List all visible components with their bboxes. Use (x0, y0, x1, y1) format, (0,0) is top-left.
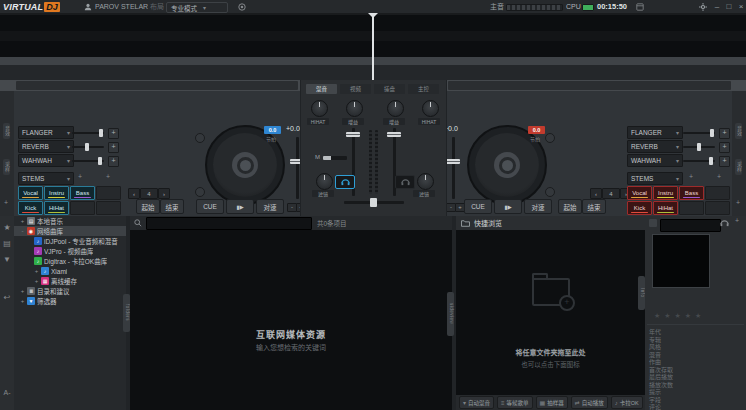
deck-a-fx2-add[interactable]: + (108, 142, 119, 153)
channel-a-fader-handle[interactable] (346, 132, 360, 137)
deck-b-stem-empty[interactable] (705, 201, 730, 215)
deck-a-pitch-slider[interactable] (296, 137, 299, 199)
mixer-tab-mixer[interactable]: 混音 (306, 84, 337, 94)
deck-b-loop-halve[interactable]: ‹ (590, 188, 602, 199)
pfl-headphone-a-button[interactable] (335, 175, 355, 189)
deck-b-stems-plus2[interactable]: + (717, 173, 721, 180)
slider-handle[interactable] (697, 143, 701, 151)
deck-a-sync-button[interactable]: 对速 (256, 199, 284, 214)
deck-b-jog-mode-button2[interactable] (545, 187, 555, 197)
mixer-hihat-knob-a[interactable] (311, 100, 328, 117)
toolbar-sidelist-button[interactable]: ≡ 等候歌单 (497, 396, 533, 409)
deck-a-fx1-add[interactable]: + (108, 128, 119, 139)
deck-b-stem-empty[interactable] (705, 186, 730, 200)
expander[interactable]: + (20, 288, 25, 294)
deck-b-fx2-slider[interactable] (683, 146, 715, 148)
slider-handle[interactable] (709, 157, 713, 165)
deck-a-play-button[interactable]: ▮▶ (226, 199, 254, 214)
tree-item-online-library[interactable]: - ◉ 网络曲库 (14, 226, 126, 236)
font-zoom-button[interactable]: A- (4, 389, 11, 396)
deck-b-bpm-badge[interactable]: 0.0 (528, 126, 545, 134)
deck-a-fx3-select[interactable]: WAHWAH▾ (18, 154, 74, 167)
filter-icon[interactable]: ▼ (3, 256, 11, 264)
deck-a-stems-plus2[interactable]: + (106, 173, 110, 180)
toolbar-automix-button[interactable]: ▾ 自动混音 (459, 396, 494, 409)
deck-a-fx2-select[interactable]: REVERB▾ (18, 140, 74, 153)
deck-a-fx3-add[interactable]: + (108, 156, 119, 167)
tree-item-filters[interactable]: + ▼ 筛选器 (14, 296, 126, 306)
expander[interactable]: + (34, 268, 39, 274)
deck-a-fx1-slider[interactable] (72, 132, 104, 134)
deck-a-cue-button[interactable]: CUE (196, 199, 224, 214)
grid-view-icon[interactable] (649, 219, 657, 227)
mixer-hihat-knob-b[interactable] (422, 100, 439, 117)
deck-a-stem-instru[interactable]: Instru (44, 186, 69, 200)
deck-b-loop-length[interactable]: 4 (602, 188, 620, 199)
deck-b-stems-plus1[interactable]: + (689, 173, 693, 180)
info-collapse-tab[interactable]: Info (638, 276, 645, 310)
deck-b-cue-button[interactable]: CUE (464, 199, 492, 214)
mixer-filter-knob-b[interactable] (417, 173, 434, 190)
pfl-headphone-b-button[interactable] (395, 175, 415, 189)
deck-a-fx-tab[interactable]: 音效 (3, 123, 10, 139)
deck-b-fx1-select[interactable]: FLANGER▾ (627, 126, 683, 139)
toolbar-autoplay-button[interactable]: ⇄ 自动播放 (571, 396, 608, 409)
tree-item-local-music[interactable]: + ▤ 本地音乐 (14, 216, 126, 226)
deck-a-stem-hihat[interactable]: HiHat (44, 201, 69, 215)
sideview-collapse-tab[interactable]: sideview (447, 292, 454, 336)
deck-b-stems-select[interactable]: STEMS▾ (627, 172, 683, 185)
deck-b-fx1-slider[interactable] (683, 132, 715, 134)
deck-a-fx2-slider[interactable] (72, 146, 104, 148)
deck-b-stem-kick[interactable]: Kick (627, 201, 652, 215)
mixer-tab-video[interactable]: 视频 (340, 84, 371, 94)
gear-icon[interactable] (699, 3, 707, 11)
crossfader-handle[interactable] (370, 198, 377, 207)
deck-b-sampler-tab[interactable]: 采样 (735, 159, 742, 175)
deck-a-stem-bass[interactable]: Bass (70, 186, 95, 200)
deck-b-fx-tab[interactable]: 音效 (735, 123, 742, 139)
minimize-button[interactable]: – (711, 0, 723, 13)
deck-a-jog-mode-button2[interactable] (195, 187, 205, 197)
toolbar-karaoke-button[interactable]: ♪ 卡拉OK (611, 396, 643, 409)
expander[interactable]: + (34, 278, 39, 284)
deck-a-jog-mode-button[interactable] (195, 133, 205, 143)
slider-handle[interactable] (85, 143, 89, 151)
expander[interactable]: - (20, 228, 25, 234)
tree-item-offline-cache[interactable]: + ▦ 离线缓存 (14, 276, 126, 286)
deck-b-sync-button[interactable]: 对速 (524, 199, 552, 214)
deck-a-stem-empty[interactable] (96, 201, 121, 215)
tree-item-xiami[interactable]: + ♪ Xiami (14, 266, 126, 276)
deck-b-fx2-select[interactable]: REVERB▾ (627, 140, 683, 153)
username[interactable]: PAROV STELAR (95, 0, 148, 13)
mixer-tab-master[interactable]: 主控 (408, 84, 439, 94)
search-input[interactable] (146, 217, 312, 230)
deck-a-loop-double[interactable]: › (158, 188, 170, 199)
deck-b-stem-bass[interactable]: Bass (679, 186, 704, 200)
favorites-icon[interactable]: ★ (3, 224, 10, 232)
slider-handle[interactable] (710, 129, 714, 137)
deck-a-stems-select[interactable]: STEMS▾ (18, 172, 74, 185)
deck-b-play-button[interactable]: ▮▶ (494, 199, 522, 214)
toolbar-sampler-button[interactable]: ▦ 抽样器 (536, 396, 568, 409)
deck-a-stem-vocal[interactable]: Vocal (18, 186, 43, 200)
close-button[interactable]: × (735, 0, 746, 13)
tree-item-vjpro[interactable]: ♪ VJPro - 视频曲库 (14, 246, 126, 256)
deck-b-stem-vocal[interactable]: Vocal (627, 186, 652, 200)
deck-b-fx3-slider[interactable] (683, 160, 715, 162)
calendar-icon[interactable] (636, 3, 644, 11)
headphone-icon[interactable] (720, 219, 729, 227)
folders-view-icon[interactable]: ▤ (3, 240, 11, 248)
expander[interactable]: + (20, 218, 25, 224)
deck-a-stem-empty[interactable] (96, 186, 121, 200)
tree-item-digitrax[interactable]: ♪ Digitrax - 卡拉OK曲库 (14, 256, 126, 266)
deck-b-stem-hihat[interactable]: HiHat (653, 201, 678, 215)
star-rating[interactable]: ★ ★ ★ ★ ★ (654, 312, 702, 320)
deck-b-fx1-add[interactable]: + (719, 128, 730, 139)
deck-b-pitch-handle[interactable] (446, 159, 460, 164)
channel-b-fader-handle[interactable] (387, 132, 401, 137)
slider-handle[interactable] (98, 157, 102, 165)
mixer-gain-knob-b[interactable] (387, 100, 404, 117)
deck-a-stems-plus1[interactable]: + (78, 173, 82, 180)
tree-item-idjpool[interactable]: ♪ iDJPool - 专业音频和混音 (14, 236, 126, 246)
deck-b-stem-empty[interactable] (679, 201, 704, 215)
